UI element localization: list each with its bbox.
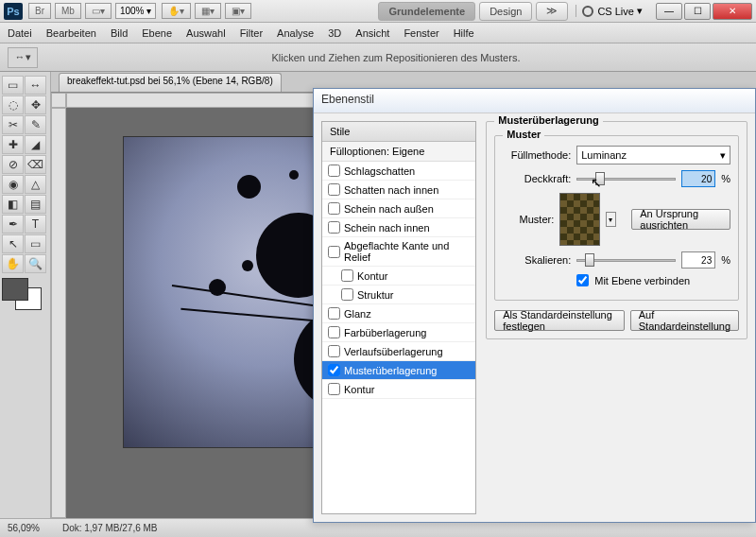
tool-move[interactable]: ↔ — [25, 76, 46, 95]
ruler-vertical[interactable] — [51, 108, 66, 518]
tool-shape[interactable]: ▭ — [25, 234, 46, 253]
workspace-more[interactable]: ≫ — [536, 2, 568, 21]
viewextras-button[interactable]: ▭▾ — [85, 3, 112, 19]
menu-hilfe[interactable]: Hilfe — [454, 27, 474, 39]
hand-tb-button[interactable]: ✋▾ — [162, 3, 191, 19]
menu-datei[interactable]: Datei — [8, 27, 32, 39]
tool-heal[interactable]: ✚ — [2, 135, 24, 154]
cb-kontur2[interactable] — [328, 383, 340, 395]
pattern-thumbnail[interactable] — [559, 193, 600, 246]
make-default-button[interactable]: Als Standardeinstellung festlegen — [494, 310, 625, 331]
reset-default-button[interactable]: Auf Standardeinstellung — [630, 310, 739, 331]
style-farbe[interactable]: Farbüberlagerung — [322, 323, 475, 342]
scale-input[interactable] — [681, 251, 715, 268]
tool-gradient[interactable]: △ — [25, 175, 46, 194]
cb-schein-innen[interactable] — [328, 221, 340, 234]
arrange-button[interactable]: ▦▾ — [195, 3, 221, 19]
bridge-button[interactable]: Br — [28, 3, 51, 19]
opacity-slider[interactable]: ↖ — [576, 178, 676, 181]
cb-muster[interactable] — [328, 364, 340, 376]
style-schein-innen[interactable]: Schein nach innen — [322, 218, 475, 237]
fg-color-swatch[interactable] — [2, 278, 28, 301]
status-doc-size[interactable]: Dok: 1,97 MB/27,6 MB — [62, 523, 158, 533]
options-hint: Klicken und Ziehen zum Repositionieren d… — [43, 52, 748, 63]
active-tool-indicator[interactable]: ↔▾ — [8, 47, 38, 68]
pattern-group: Muster Füllmethode: Luminanz▾ Deckkraft:… — [494, 135, 739, 301]
chevron-down-icon: ▾ — [720, 149, 726, 162]
workspace-design[interactable]: Design — [479, 2, 532, 21]
menu-filter[interactable]: Filter — [240, 27, 263, 39]
style-struktur[interactable]: Struktur — [322, 286, 475, 304]
toolbox: ▭↔ ◌✥ ✂✎ ✚◢ ⊘⌫ ◉△ ◧▤ ✒T ↖▭ ✋🔍 — [0, 72, 51, 518]
tool-blur[interactable]: ◧ — [2, 195, 24, 214]
cb-verlauf[interactable] — [328, 345, 340, 357]
document-tab[interactable]: breakeffekt-tut.psd bei 56,1% (Ebene 14,… — [59, 73, 282, 92]
minimize-button[interactable]: — — [656, 3, 682, 20]
tool-type[interactable]: T — [25, 215, 46, 234]
cb-struktur[interactable] — [341, 288, 353, 301]
tool-hand[interactable]: ✋ — [2, 254, 24, 273]
style-schlagschatten[interactable]: Schlagschatten — [322, 162, 475, 181]
styles-list: Stile Fülloptionen: Eigene Schlagschatte… — [321, 121, 476, 514]
style-kontur2[interactable]: Kontur — [322, 380, 475, 399]
status-zoom[interactable]: 56,09% — [8, 523, 40, 533]
menu-bearbeiten[interactable]: Bearbeiten — [46, 27, 96, 39]
tool-marquee[interactable]: ▭ — [2, 76, 24, 95]
blend-mode-label: Füllmethode: — [503, 149, 571, 161]
layer-style-dialog: Ebenenstil Stile Fülloptionen: Eigene Sc… — [313, 88, 756, 523]
color-swatches[interactable] — [2, 278, 45, 316]
fill-options-row[interactable]: Fülloptionen: Eigene — [322, 142, 475, 162]
style-schein-aussen[interactable]: Schein nach außen — [322, 199, 475, 218]
cb-glanz[interactable] — [328, 307, 340, 320]
style-schatten-innen[interactable]: Schatten nach innen — [322, 181, 475, 199]
opacity-input[interactable] — [681, 170, 715, 187]
scale-label: Skalieren: — [503, 254, 571, 266]
screenmode-button[interactable]: ▣▾ — [225, 3, 251, 19]
snap-origin-button[interactable]: An Ursprung ausrichten — [631, 209, 730, 230]
link-layer-label: Mit Ebene verbinden — [594, 275, 690, 286]
pattern-picker-arrow[interactable]: ▾ — [606, 212, 616, 227]
tool-eraser[interactable]: ◉ — [2, 175, 24, 194]
tool-dodge[interactable]: ▤ — [25, 195, 46, 214]
menu-bild[interactable]: Bild — [111, 27, 128, 39]
tool-eyedrop[interactable]: ✎ — [25, 115, 46, 134]
tool-pen[interactable]: ✒ — [2, 215, 24, 234]
title-bar: Ps Br Mb ▭▾ 100% ▾ ✋▾ ▦▾ ▣▾ Grundelement… — [0, 0, 756, 23]
cb-kontur1[interactable] — [341, 269, 353, 282]
tool-stamp[interactable]: ⊘ — [2, 155, 24, 174]
cb-schlagschatten[interactable] — [328, 165, 340, 177]
dialog-title[interactable]: Ebenenstil — [314, 89, 755, 113]
workspace-grundelemente[interactable]: Grundelemente — [378, 2, 475, 21]
menu-ansicht[interactable]: Ansicht — [355, 27, 389, 39]
style-muster[interactable]: Musterüberlagerung — [322, 361, 475, 380]
style-verlauf[interactable]: Verlaufsüberlagerung — [322, 342, 475, 361]
tool-lasso[interactable]: ◌ — [2, 95, 24, 114]
menu-auswahl[interactable]: Auswahl — [186, 27, 226, 39]
cb-schatten-innen[interactable] — [328, 183, 340, 196]
cb-bevel[interactable] — [328, 246, 340, 258]
maximize-button[interactable]: ☐ — [684, 3, 711, 20]
tool-crop[interactable]: ✂ — [2, 115, 24, 134]
menu-analyse[interactable]: Analyse — [277, 27, 314, 39]
tool-zoom[interactable]: 🔍 — [25, 254, 46, 273]
styles-header[interactable]: Stile — [322, 122, 475, 142]
tool-wand[interactable]: ✥ — [25, 95, 46, 114]
menu-ebene[interactable]: Ebene — [142, 27, 172, 39]
cb-schein-aussen[interactable] — [328, 202, 340, 215]
minibridge-button[interactable]: Mb — [55, 3, 81, 19]
zoom-select[interactable]: 100% ▾ — [115, 3, 156, 19]
tool-path[interactable]: ↖ — [2, 234, 24, 253]
menu-fenster[interactable]: Fenster — [404, 27, 438, 39]
tool-history[interactable]: ⌫ — [25, 155, 46, 174]
style-bevel[interactable]: Abgeflachte Kante und Relief — [322, 237, 475, 267]
menu-3d[interactable]: 3D — [328, 27, 341, 39]
blend-mode-select[interactable]: Luminanz▾ — [576, 146, 730, 165]
close-button[interactable]: ✕ — [713, 3, 752, 20]
link-layer-checkbox[interactable] — [576, 274, 589, 286]
style-kontur1[interactable]: Kontur — [322, 267, 475, 286]
cs-live-button[interactable]: CS Live ▾ — [576, 5, 648, 17]
scale-slider[interactable] — [576, 259, 676, 262]
cb-farbe[interactable] — [328, 326, 340, 338]
tool-brush[interactable]: ◢ — [25, 135, 46, 154]
style-glanz[interactable]: Glanz — [322, 304, 475, 323]
